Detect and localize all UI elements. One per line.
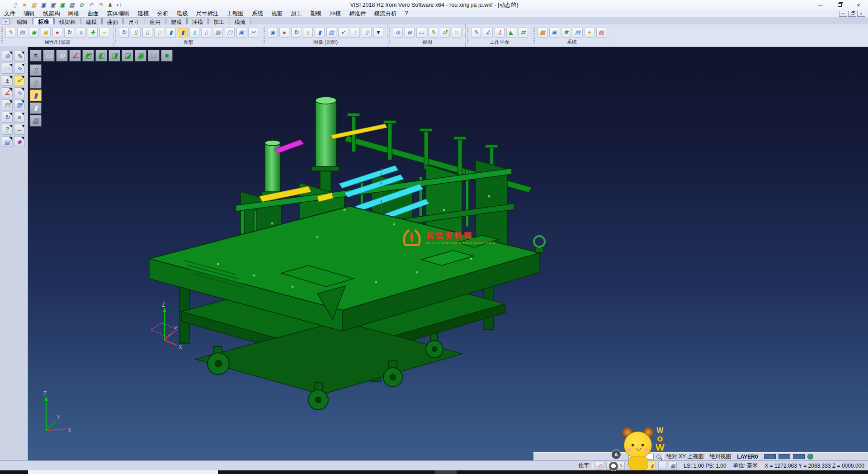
style-shaded-icon[interactable]: ▮ bbox=[30, 90, 42, 101]
cone-view-icon[interactable]: ▼ bbox=[373, 28, 383, 38]
drag-hand-icon[interactable]: + bbox=[585, 28, 594, 38]
workplane-align-icon[interactable]: ⊥ bbox=[495, 28, 505, 38]
view-top-bottom-icon[interactable]: ◧ bbox=[95, 50, 107, 62]
zoom-pair-icon[interactable]: ⊙ bbox=[393, 28, 403, 38]
menu-item[interactable]: 编辑 bbox=[19, 10, 39, 18]
zoom-dynamic-icon[interactable]: ± bbox=[2, 75, 13, 86]
style-mesh-icon[interactable]: ▥ bbox=[30, 115, 42, 127]
palette-share-icon[interactable]: ◆ bbox=[14, 136, 25, 147]
layer-traffic-light-icon[interactable]: ● bbox=[279, 28, 289, 38]
regen-display-icon[interactable]: ↻ bbox=[2, 112, 13, 123]
striped-view-icon[interactable]: ▥ bbox=[326, 28, 336, 38]
toggle-entities-icon[interactable]: ± bbox=[303, 28, 313, 38]
confirm-check-icon[interactable]: ✔ bbox=[14, 75, 25, 86]
viewport-3d[interactable]: Z Y X Z Y X ≡▭⊙∠◩◧◨◪▣□■ ▯▯▮▮▥ bbox=[28, 47, 868, 460]
hide-remove-icon[interactable]: ◉ bbox=[41, 28, 51, 38]
toolbar-tab[interactable]: 建模 bbox=[81, 18, 102, 24]
solid-cube-icon[interactable]: ■ bbox=[14, 112, 25, 123]
measure-distance-icon[interactable]: ↔ bbox=[14, 124, 25, 135]
solid-view-icon[interactable]: ▮ bbox=[315, 28, 325, 38]
menu-item[interactable]: 实体编辑 bbox=[103, 10, 134, 18]
minimize-icon[interactable] bbox=[811, 0, 830, 10]
status-box[interactable] bbox=[793, 454, 805, 459]
lock-label[interactable]: 拴牢 bbox=[578, 462, 589, 469]
toolbar-tab[interactable]: 冲模 bbox=[187, 18, 208, 24]
toolbar-tab[interactable]: 加工 bbox=[208, 18, 229, 24]
toolbar-options-dropdown-icon[interactable]: ▾ bbox=[115, 3, 121, 7]
validated-view-icon[interactable]: ✔ bbox=[338, 28, 348, 38]
workplane-axis-icon[interactable]: ∠ bbox=[483, 28, 493, 38]
mascot-badge-paw-icon[interactable] bbox=[609, 461, 618, 471]
menu-item[interactable]: 线架构 bbox=[39, 10, 64, 18]
layer-books-icon[interactable]: ▤ bbox=[2, 100, 13, 110]
workplane-corner-icon[interactable]: ◣ bbox=[506, 28, 516, 38]
mdi-close-icon[interactable]: × bbox=[857, 11, 865, 17]
view-corner-icon[interactable]: □ bbox=[148, 50, 160, 62]
style-hidden-icon[interactable]: ▯ bbox=[30, 77, 42, 89]
active-layer-label[interactable]: LAYER0 bbox=[737, 454, 758, 460]
view-pencil-icon[interactable]: ✎ bbox=[428, 28, 438, 38]
menu-item[interactable]: 塑模 bbox=[306, 10, 326, 18]
clip-scissors-icon[interactable]: ✂ bbox=[248, 28, 258, 38]
axis-mode-icon[interactable]: ∠ bbox=[69, 50, 81, 62]
wire-view-icon[interactable]: ▯ bbox=[362, 28, 372, 38]
absolute-view-label[interactable]: 绝对视图 bbox=[709, 453, 731, 460]
regen-advanced-icon[interactable]: ↻ bbox=[291, 28, 301, 38]
erase-pencil-icon[interactable]: ✎ bbox=[14, 51, 25, 62]
tilted-grid-icon[interactable]: ▨ bbox=[596, 28, 606, 38]
save-as-icon[interactable]: ▣ bbox=[49, 1, 57, 9]
print-icon[interactable]: ▤ bbox=[68, 1, 76, 9]
menu-item[interactable]: 尺寸标注 bbox=[192, 10, 223, 18]
display-settings-icon[interactable]: ▣ bbox=[549, 28, 559, 38]
plane-corners-icon[interactable]: ▭ bbox=[2, 63, 13, 74]
mesh-cylinder-icon[interactable]: ▥ bbox=[213, 28, 223, 38]
spline-pencil-icon[interactable]: ∿ bbox=[14, 87, 25, 98]
close-icon[interactable]: × bbox=[849, 0, 868, 10]
toolbar-tab[interactable]: 应用 bbox=[145, 18, 165, 24]
status-box[interactable] bbox=[764, 454, 776, 459]
clipboard-copy-icon[interactable]: ▤ bbox=[2, 136, 13, 147]
menu-item[interactable]: 曲面 bbox=[84, 10, 103, 18]
menu-item[interactable]: 文件 bbox=[0, 10, 19, 18]
save-icon[interactable]: ▣ bbox=[39, 1, 47, 9]
zoom-highlight-icon[interactable]: ⊙ bbox=[2, 51, 13, 62]
shaded-cylinder-icon[interactable]: ▮ bbox=[166, 28, 176, 38]
toolbar-tab[interactable]: 尺寸 bbox=[123, 18, 144, 24]
shaded-edges-cylinder-icon[interactable]: ▮ bbox=[178, 28, 188, 38]
menu-item[interactable]: 模流分析 bbox=[370, 10, 401, 18]
zoom-remove-icon[interactable]: ⊗ bbox=[405, 28, 415, 38]
workplane-swap-icon[interactable]: ⇄ bbox=[518, 28, 528, 38]
mascot-badge-a[interactable]: A bbox=[611, 450, 621, 460]
sketch-curve-icon[interactable]: ∿ bbox=[14, 63, 25, 74]
color-table-icon[interactable]: ▦ bbox=[538, 28, 547, 38]
menu-item[interactable]: 分析 bbox=[153, 10, 173, 18]
show-hide-toggle-icon[interactable]: ± bbox=[76, 28, 86, 38]
copy-attributes-icon[interactable]: ▤ bbox=[17, 28, 27, 38]
wcs-axis-icon[interactable]: ∠ bbox=[2, 87, 13, 98]
globe-icon[interactable] bbox=[807, 454, 813, 460]
view-left-icon[interactable]: ◨ bbox=[108, 50, 120, 62]
menu-item[interactable]: 工程图 bbox=[223, 10, 248, 18]
ghost-view-icon[interactable]: ▯ bbox=[350, 28, 360, 38]
show-all-icon[interactable]: ✚ bbox=[88, 28, 98, 38]
view-mode-label[interactable]: 绝对 XY 上视图 bbox=[666, 453, 703, 460]
render-smiley-icon[interactable]: ☺ bbox=[452, 28, 462, 38]
view-right-icon[interactable]: ◪ bbox=[122, 50, 133, 62]
filter-refresh-icon[interactable]: ↻ bbox=[64, 28, 74, 38]
view-shaded-iso-icon[interactable]: ■ bbox=[161, 50, 173, 62]
toolbar-tab[interactable]: 标准 bbox=[33, 17, 54, 24]
zoom-fly-icon[interactable]: ⊙ bbox=[56, 50, 68, 62]
undo-icon[interactable]: ↶ bbox=[87, 1, 95, 9]
record-icon[interactable]: ◎ bbox=[596, 462, 604, 470]
new-file-icon[interactable]: ▯ bbox=[11, 1, 19, 9]
menu-item[interactable]: 系统 bbox=[248, 10, 267, 18]
toolbar-tab[interactable]: 模流 bbox=[230, 18, 250, 24]
dynamic-section-icon[interactable]: ◫ bbox=[225, 28, 235, 38]
grid-window-icon[interactable]: ▦ bbox=[14, 100, 25, 110]
macro-knight-icon[interactable]: ♞ bbox=[106, 1, 114, 9]
section-copy-icon[interactable]: ▣ bbox=[236, 28, 246, 38]
viewport-menu-icon[interactable]: ≡ bbox=[30, 50, 42, 62]
hidden-line-cylinder-icon[interactable]: ▯ bbox=[142, 28, 152, 38]
menu-item[interactable]: 标准件 bbox=[345, 10, 370, 18]
flat-cylinder-icon[interactable]: ▯ bbox=[201, 28, 211, 38]
